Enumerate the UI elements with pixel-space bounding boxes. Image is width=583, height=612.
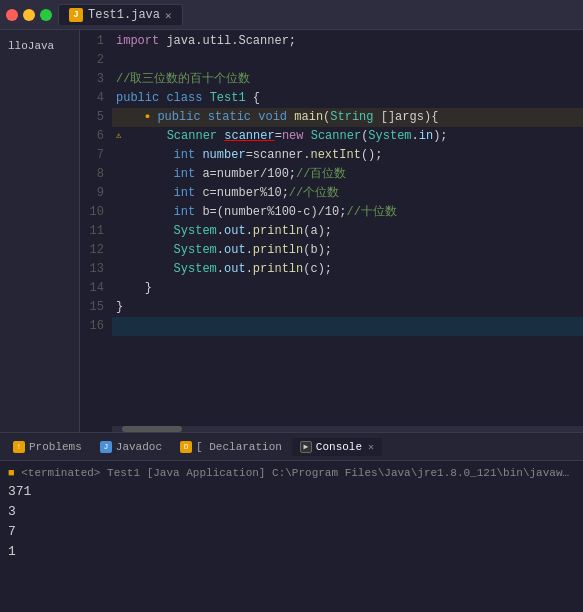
keyword-void: void: [258, 108, 287, 127]
code-line-15: }: [112, 298, 583, 317]
keyword-class: class: [166, 89, 202, 108]
keyword-public: public: [116, 89, 159, 108]
code-text: =: [275, 127, 282, 146]
code-text: }: [116, 298, 123, 317]
code-editor[interactable]: 1234 5678 9101112 13141516 import java.u…: [80, 30, 583, 432]
console-icon: ▶: [300, 441, 312, 453]
scanner-class: Scanner: [167, 127, 217, 146]
code-text: [304, 127, 311, 146]
code-text: b=(number%100-c)/10;: [195, 203, 346, 222]
code-text: [217, 127, 224, 146]
code-text: [116, 184, 174, 203]
code-text: c=number%10;: [195, 184, 289, 203]
code-line-4: public class Test1 {: [112, 89, 583, 108]
sidebar: lloJava: [0, 30, 80, 432]
tab-close-button[interactable]: ✕: [165, 9, 172, 22]
sidebar-item-project[interactable]: lloJava: [0, 35, 79, 57]
tab-problems[interactable]: ! Problems: [5, 438, 90, 456]
comment-shiwei: //十位数: [346, 203, 396, 222]
param-string: String: [330, 108, 373, 127]
code-text: .: [217, 222, 224, 241]
code-text: =scanner.: [246, 146, 311, 165]
tab-console[interactable]: ▶ Console ✕: [292, 438, 382, 456]
code-text: [287, 108, 294, 127]
class-name-test1: Test1: [210, 89, 246, 108]
system-class-13: System: [174, 260, 217, 279]
code-text: [116, 222, 174, 241]
code-line-10: int b=(number%100-c)/10; //十位数: [112, 203, 583, 222]
console-terminated-line: ■ <terminated> Test1 [Java Application] …: [8, 465, 575, 482]
code-line-12: System . out . println (b);: [112, 241, 583, 260]
println-11: println: [253, 222, 303, 241]
code-text: java.util.Scanner;: [159, 32, 296, 51]
sidebar-item-label: lloJava: [8, 40, 54, 52]
tab-declaration[interactable]: D [ Declaration: [172, 438, 290, 456]
system-class-12: System: [174, 241, 217, 260]
console-output-371: 371: [8, 482, 575, 502]
code-text: .: [246, 260, 253, 279]
method-main: main: [294, 108, 323, 127]
console-output-3: 3: [8, 502, 575, 522]
tab-declaration-label: [ Declaration: [196, 441, 282, 453]
comment-text: //取三位数的百十个位数: [116, 70, 250, 89]
code-text: .: [412, 127, 419, 146]
minimize-button[interactable]: [23, 9, 35, 21]
code-text: [251, 108, 258, 127]
tab-javadoc-label: Javadoc: [116, 441, 162, 453]
code-line-9: int c=number%10; //个位数: [112, 184, 583, 203]
code-text: (b);: [303, 241, 332, 260]
tab-console-label: Console: [316, 441, 362, 453]
code-text: .: [246, 241, 253, 260]
code-line-16: [112, 317, 583, 336]
java-file-icon: J: [69, 8, 83, 22]
keyword-new: new: [282, 127, 304, 146]
code-line-5: ● public static void main ( String []arg…: [112, 108, 583, 127]
out-field-13: out: [224, 260, 246, 279]
output-line-0: 371: [8, 484, 31, 499]
maximize-button[interactable]: [40, 9, 52, 21]
output-line-3: 1: [8, 544, 16, 559]
code-line-3: //取三位数的百十个位数: [112, 70, 583, 89]
main-layout: lloJava 1234 5678 9101112 13141516 impor…: [0, 30, 583, 432]
code-text: .: [217, 260, 224, 279]
terminated-icon: ■: [8, 467, 15, 479]
code-text: .: [217, 241, 224, 260]
output-line-1: 3: [8, 504, 16, 519]
code-text: []args){: [374, 108, 439, 127]
code-text: [202, 89, 209, 108]
system-class: System: [368, 127, 411, 146]
keyword-int: int: [174, 203, 196, 222]
system-class-11: System: [174, 222, 217, 241]
scanner-var: scanner: [224, 127, 274, 146]
code-line-7: int number =scanner. nextInt ();: [112, 146, 583, 165]
system-in: in: [419, 127, 433, 146]
code-text: [201, 108, 208, 127]
warning-icon: ⚠: [116, 127, 121, 146]
code-line-8: int a=number/100; //百位数: [112, 165, 583, 184]
bottom-panel: ! Problems J Javadoc D [ Declaration ▶ C…: [0, 432, 583, 612]
code-text: );: [433, 127, 447, 146]
code-text: [116, 241, 174, 260]
console-output-1: 1: [8, 542, 575, 562]
keyword-static: static: [208, 108, 251, 127]
javadoc-icon: J: [100, 441, 112, 453]
declaration-icon: D: [180, 441, 192, 453]
code-text: [116, 165, 174, 184]
out-field-11: out: [224, 222, 246, 241]
comment-gewei: //个位数: [289, 184, 339, 203]
editor-tab[interactable]: J Test1.java ✕: [58, 4, 183, 25]
tab-javadoc[interactable]: J Javadoc: [92, 438, 170, 456]
problems-icon: !: [13, 441, 25, 453]
tab-label: Test1.java: [88, 8, 160, 22]
code-line-13: System . out . println (c);: [112, 260, 583, 279]
console-close-button[interactable]: ✕: [368, 441, 374, 453]
code-text: (: [361, 127, 368, 146]
var-number: number: [202, 146, 245, 165]
line-numbers: 1234 5678 9101112 13141516: [80, 30, 112, 432]
output-line-2: 7: [8, 524, 16, 539]
close-button[interactable]: [6, 9, 18, 21]
code-text: [123, 127, 166, 146]
code-text: a=number/100;: [195, 165, 296, 184]
code-line-2: [112, 51, 583, 70]
println-12: println: [253, 241, 303, 260]
